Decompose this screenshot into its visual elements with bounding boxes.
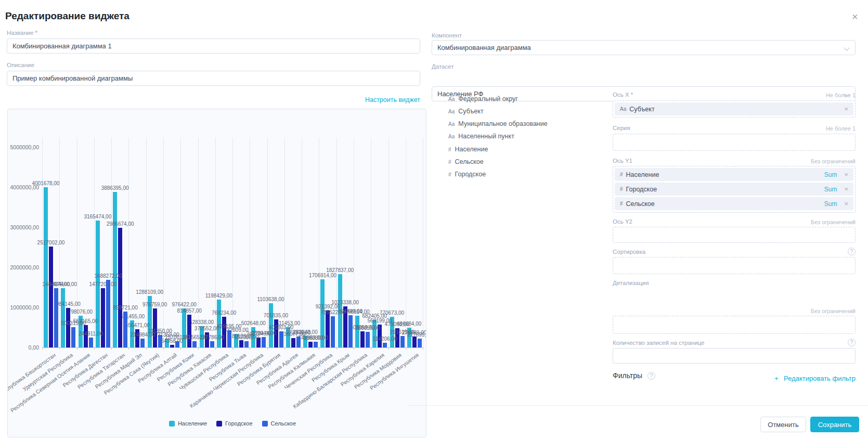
- bar-value-label: 1477202,00: [89, 281, 116, 287]
- text-type-icon: Аа: [620, 106, 626, 112]
- y-axis-tick-label: 3000000,00: [8, 224, 39, 230]
- bar-value-label: 814857,00: [177, 308, 202, 314]
- legend-swatch: [262, 421, 268, 427]
- y-axis-tick-label: 1000000,00: [8, 304, 39, 311]
- close-icon[interactable]: ×: [852, 11, 858, 22]
- bar-Городское: [118, 228, 122, 347]
- axis-x-dropzone[interactable]: Аа Субъект ×: [613, 100, 856, 118]
- axis-y1-chip-population[interactable]: # Население Sum ×: [615, 168, 853, 181]
- legend-item-Население[interactable]: Население: [169, 420, 207, 427]
- axis-x-chip-subject[interactable]: Аа Субъект ×: [615, 102, 853, 115]
- description-label: Описание: [7, 62, 34, 68]
- bar-Сельское: [192, 341, 197, 347]
- page-title: Редактирование виджета: [5, 10, 129, 22]
- field-item-settlement[interactable]: Аа Населенный пункт: [448, 133, 514, 143]
- save-button[interactable]: Сохранить: [810, 417, 859, 432]
- bar-Сельское: [54, 288, 58, 347]
- extra-limit-hint: Без ограничений: [613, 308, 856, 314]
- bar-Население: [113, 192, 117, 347]
- gridline: [180, 138, 181, 347]
- y-axis-tick-label: 2000000,00: [8, 264, 39, 270]
- number-type-icon: #: [448, 147, 451, 152]
- bar-Сельское: [71, 327, 75, 347]
- component-select[interactable]: Комбинированная диаграмма: [432, 40, 856, 55]
- gridline: [198, 138, 199, 347]
- description-input[interactable]: [7, 71, 420, 86]
- configure-widget-link[interactable]: Настроить виджет: [7, 96, 420, 104]
- bar-Сельское: [383, 343, 387, 347]
- gridline: [250, 138, 250, 347]
- axis-tick: [423, 347, 423, 350]
- field-item-federal-district[interactable]: Аа Федеральный округ: [448, 95, 518, 106]
- bar-value-label: 2517002,00: [37, 240, 65, 246]
- bar-Городское: [326, 311, 330, 347]
- help-icon[interactable]: ?: [848, 339, 856, 346]
- bar-Городское: [308, 342, 313, 347]
- field-item-population[interactable]: # Население: [448, 146, 488, 156]
- gridline: [406, 138, 406, 347]
- series-dropzone[interactable]: [613, 134, 856, 151]
- bar-value-label: 1688272,00: [94, 273, 122, 279]
- bar-value-label: 1103638,00: [257, 296, 284, 302]
- bar-Сельское: [366, 332, 370, 347]
- axis-y1-chip-urban[interactable]: # Городское Sum ×: [615, 183, 853, 196]
- bar-Сельское: [314, 342, 318, 347]
- bar-value-label: 769234,00: [212, 310, 236, 316]
- extra-dropzone[interactable]: [613, 316, 856, 334]
- page-size-input[interactable]: [613, 348, 856, 364]
- bar-Сельское: [106, 280, 110, 347]
- legend-label: Сельское: [271, 420, 296, 427]
- help-icon[interactable]: ?: [848, 248, 856, 255]
- field-item-municipality[interactable]: Аа Муниципальное образование: [448, 120, 548, 131]
- bar-Сельское: [348, 315, 353, 347]
- detail-label: Детализация: [613, 280, 649, 286]
- remove-chip-icon[interactable]: ×: [844, 200, 848, 208]
- bar-value-label: 138880,00: [303, 335, 328, 341]
- series-limit-hint: Не более 1: [613, 125, 856, 132]
- component-label: Компонент: [432, 32, 462, 38]
- bar-value-label: 899721,00: [113, 305, 137, 311]
- edit-filter-link[interactable]: + Редактировать фильтр: [613, 373, 856, 383]
- remove-chip-icon[interactable]: ×: [844, 185, 848, 193]
- bar-Сельское: [158, 335, 162, 347]
- cancel-button[interactable]: Отменить: [760, 417, 806, 432]
- remove-chip-icon[interactable]: ×: [844, 171, 848, 178]
- aggregation-select[interactable]: Sum: [824, 186, 837, 193]
- bar-value-label: 114206,00: [373, 336, 397, 342]
- legend-item-Сельское[interactable]: Сельское: [262, 420, 296, 427]
- legend-item-Городское[interactable]: Городское: [216, 420, 252, 427]
- gridline: [388, 138, 389, 347]
- bar-value-label: 388855,00: [355, 325, 380, 331]
- axis-y1-dropzone[interactable]: # Население Sum × # Городское Sum × # Се…: [613, 166, 856, 213]
- gridline: [354, 138, 354, 347]
- bar-value-label: 701835,00: [264, 313, 288, 318]
- field-item-urban[interactable]: # Городское: [448, 171, 486, 181]
- legend-swatch: [169, 421, 175, 427]
- bar-value-label: 370552,00: [195, 326, 219, 331]
- sorting-dropzone[interactable]: [613, 257, 856, 274]
- axis-y1-limit-hint: Без ограничений: [613, 158, 856, 164]
- bar-value-label: 528338,00: [189, 319, 214, 325]
- aggregation-select[interactable]: Sum: [824, 171, 837, 178]
- number-type-icon: #: [620, 201, 623, 206]
- gridline: [94, 138, 95, 347]
- bar-Сельское: [331, 316, 335, 347]
- gridline: [146, 138, 147, 347]
- axis-y1-chip-rural[interactable]: # Сельское Sum ×: [615, 197, 853, 210]
- bar-Городское: [239, 340, 243, 347]
- axis-y2-dropzone[interactable]: [613, 227, 856, 243]
- name-input[interactable]: [7, 38, 420, 54]
- remove-chip-icon[interactable]: ×: [844, 105, 848, 113]
- component-value: Комбинированная диаграмма: [437, 41, 531, 55]
- bar-Городское: [66, 308, 70, 347]
- bar-Сельское: [262, 337, 266, 347]
- field-item-rural[interactable]: # Сельское: [448, 158, 484, 169]
- aggregation-select[interactable]: Sum: [824, 200, 837, 208]
- text-type-icon: Аа: [448, 109, 455, 114]
- bar-value-label: 770673,00: [380, 310, 404, 316]
- bar-Городское: [412, 337, 417, 347]
- bar-value-label: 976422,00: [172, 302, 197, 307]
- field-item-subject[interactable]: Аа Субъект: [448, 108, 484, 118]
- legend-label: Население: [178, 420, 207, 427]
- bar-Городское: [360, 331, 365, 347]
